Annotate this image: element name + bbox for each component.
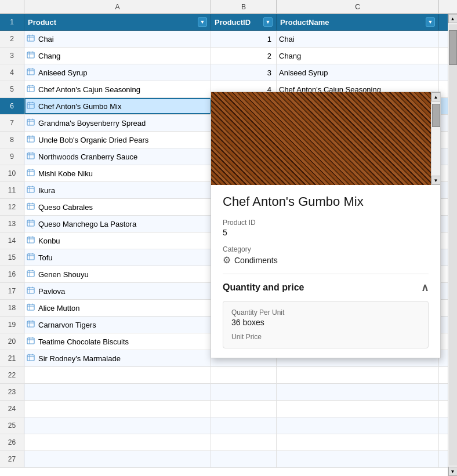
table-row[interactable]: 25 (0, 417, 457, 434)
popup-category-value: Condiments (234, 256, 278, 265)
popup-image: ▲ ▼ (211, 92, 440, 185)
row-number: 2 (0, 31, 24, 47)
cell-productid[interactable] (211, 384, 277, 400)
svg-rect-0 (27, 35, 34, 41)
cell-productid[interactable] (211, 367, 277, 383)
cell-productname[interactable] (277, 384, 439, 400)
cell-product[interactable]: Queso Manchego La Pastora (24, 216, 211, 232)
table-row[interactable]: 27 (0, 451, 457, 468)
cell-productid[interactable] (211, 451, 277, 467)
product-name: Queso Manchego La Pastora (38, 220, 136, 228)
header-productname-label: ProductName (280, 18, 329, 27)
cell-product[interactable]: Chang (24, 48, 211, 64)
svg-rect-39 (27, 254, 34, 260)
header-row-num: 1 (0, 14, 24, 30)
cell-product[interactable]: Genen Shouyu (24, 266, 211, 282)
popup-scroll-down[interactable]: ▼ (431, 176, 441, 185)
row-number: 18 (0, 300, 24, 316)
cell-product[interactable]: Ikura (24, 182, 211, 198)
col-letter-a: A (24, 0, 211, 13)
product-icon (27, 118, 36, 128)
popup-image-scrollbar[interactable]: ▲ ▼ (431, 92, 440, 185)
popup-collapse-icon[interactable]: ∧ (421, 281, 429, 294)
cell-productname[interactable]: Chang (277, 48, 439, 64)
cell-product[interactable]: Chef Anton's Cajun Seasoning (24, 81, 211, 97)
cell-product[interactable]: Grandma's Boysenberry Spread (24, 115, 211, 131)
product-name: Chef Anton's Gumbo Mix (38, 102, 121, 111)
cell-product[interactable] (24, 401, 211, 417)
row-number: 10 (0, 165, 24, 181)
table-row[interactable]: 22 (0, 367, 457, 384)
cell-product[interactable]: Pavlova (24, 283, 211, 299)
table-row[interactable]: 2Chai1Chai (0, 31, 457, 48)
table-row[interactable]: 3Chang2Chang (0, 48, 457, 64)
row-number: 23 (0, 384, 24, 400)
table-row[interactable]: 24 (0, 401, 457, 417)
cell-productname[interactable] (277, 451, 439, 467)
cell-productid[interactable]: 2 (211, 48, 277, 64)
cell-productname[interactable] (277, 417, 439, 434)
cell-product[interactable]: Uncle Bob's Organic Dried Pears (24, 132, 211, 148)
popup-section-header[interactable]: Quantity and price ∧ (223, 274, 429, 294)
product-icon (27, 253, 36, 262)
popup-scroll-up[interactable]: ▲ (431, 92, 441, 101)
popup-scroll-thumb[interactable] (432, 104, 440, 127)
cell-product[interactable]: Alice Mutton (24, 300, 211, 316)
cell-productid[interactable] (211, 434, 277, 450)
cell-productname[interactable] (277, 401, 439, 417)
header-productid[interactable]: ProductID ▼ (211, 14, 277, 30)
product-name: Alice Mutton (38, 304, 80, 313)
header-productname[interactable]: ProductName ▼ (277, 14, 439, 30)
cell-product[interactable] (24, 384, 211, 400)
filter-productname-btn[interactable]: ▼ (426, 17, 435, 27)
cell-productname[interactable]: Chai (277, 31, 439, 47)
product-icon (27, 169, 36, 178)
cell-product[interactable] (24, 434, 211, 450)
cell-product[interactable]: Queso Cabrales (24, 199, 211, 215)
cell-product[interactable]: Chef Anton's Gumbo Mix (24, 98, 211, 114)
cell-productid[interactable]: 3 (211, 64, 277, 81)
cell-product[interactable]: Mishi Kobe Niku (24, 165, 211, 181)
cell-product[interactable] (24, 367, 211, 383)
product-icon (27, 68, 36, 77)
popup-productid-value: 5 (223, 228, 429, 237)
product-icon (27, 303, 36, 313)
svg-rect-36 (27, 237, 34, 243)
row-number: 5 (0, 81, 24, 97)
table-row[interactable]: 26 (0, 434, 457, 451)
row-number: 27 (0, 451, 24, 467)
scroll-down-btn[interactable]: ▼ (448, 467, 458, 476)
cell-productid[interactable] (211, 417, 277, 434)
table-row[interactable]: 4Aniseed Syrup3Aniseed Syrup (0, 64, 457, 81)
spreadsheet-scrollbar[interactable]: ▲ ▼ (448, 14, 457, 476)
product-name: Grandma's Boysenberry Spread (38, 119, 146, 128)
cell-product[interactable] (24, 417, 211, 434)
product-name: Pavlova (38, 287, 65, 296)
cell-productname[interactable] (277, 434, 439, 450)
scroll-thumb[interactable] (449, 30, 457, 65)
scroll-up-btn[interactable]: ▲ (448, 14, 458, 23)
header-product[interactable]: Product ▼ (24, 14, 211, 30)
cell-productname[interactable] (277, 367, 439, 383)
product-name: Aniseed Syrup (38, 68, 88, 77)
cell-product[interactable]: Chai (24, 31, 211, 47)
cell-product[interactable]: Konbu (24, 232, 211, 249)
cell-product[interactable]: Tofu (24, 249, 211, 266)
filter-product-btn[interactable]: ▼ (198, 17, 207, 27)
cell-product[interactable]: Northwoods Cranberry Sauce (24, 148, 211, 165)
cell-product[interactable]: Carnarvon Tigers (24, 317, 211, 333)
cell-product[interactable] (24, 451, 211, 467)
cell-product[interactable]: Sir Rodney's Marmalade (24, 350, 211, 366)
row-number: 24 (0, 401, 24, 417)
cell-productid[interactable] (211, 401, 277, 417)
cell-productid[interactable]: 1 (211, 31, 277, 47)
cell-productname[interactable]: Aniseed Syrup (277, 64, 439, 81)
cell-product[interactable]: Aniseed Syrup (24, 64, 211, 81)
product-icon (27, 152, 36, 161)
table-row[interactable]: 23 (0, 384, 457, 401)
filter-productid-btn[interactable]: ▼ (263, 17, 273, 27)
popup-quantity-box: Quantity Per Unit 36 boxes Unit Price (223, 301, 429, 348)
row-number: 19 (0, 317, 24, 333)
svg-rect-15 (27, 119, 34, 125)
cell-product[interactable]: Teatime Chocolate Biscuits (24, 333, 211, 350)
